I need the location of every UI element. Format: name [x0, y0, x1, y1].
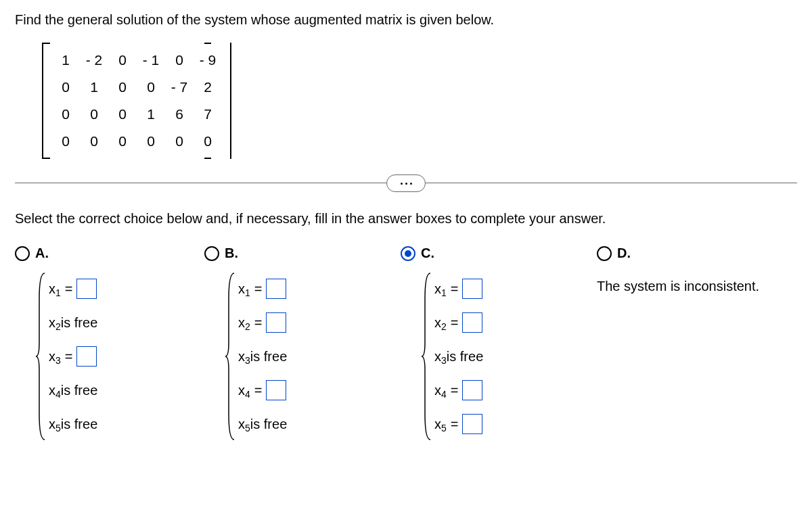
variable: x3 [49, 349, 61, 365]
choice-b: B. x1=x2=x3 is freex4=x5 is free [204, 245, 401, 441]
matrix-cell: 0 [51, 101, 80, 128]
free-text: is free [61, 417, 97, 432]
instruction-text: Select the correct choice below and, if … [15, 211, 797, 227]
choices-row: A. x1=x2 is freex3=x4 is freex5 is free … [15, 245, 797, 441]
brace-icon [35, 272, 47, 441]
radio-a[interactable] [15, 246, 30, 261]
matrix-cell: 0 [108, 74, 137, 101]
radio-d[interactable] [597, 246, 612, 261]
equals-sign: = [254, 281, 263, 297]
equation-row: x1= [434, 272, 597, 306]
choice-b-equations: x1=x2=x3 is freex4=x5 is free [225, 272, 401, 441]
choice-c-equations: x1=x2=x3 is freex4=x5= [421, 272, 597, 441]
choice-b-head[interactable]: B. [204, 245, 401, 261]
answer-input[interactable] [462, 414, 482, 434]
ellipsis-pill[interactable] [386, 174, 426, 192]
equation-row: x2= [434, 306, 597, 339]
variable: x3 [434, 349, 447, 365]
divider [15, 183, 797, 184]
matrix-cell: 1 [51, 47, 80, 74]
matrix-cell: 0 [80, 128, 108, 155]
variable: x2 [49, 315, 61, 331]
brace-icon [421, 272, 433, 441]
choice-a-equations: x1=x2 is freex3=x4 is freex5 is free [35, 272, 204, 441]
choice-c: C. x1=x2=x3 is freex4=x5= [401, 245, 597, 441]
free-text: is free [447, 349, 483, 365]
variable: x4 [434, 383, 447, 398]
choice-a-label: A. [35, 245, 49, 261]
choice-c-label: C. [421, 245, 434, 261]
matrix-cell: - 7 [165, 74, 194, 101]
equation-row: x5 is free [49, 407, 204, 441]
equals-sign: = [254, 315, 263, 331]
matrix-cell: 0 [51, 128, 80, 155]
matrix-cell: 1 [137, 101, 165, 128]
matrix-cell: - 2 [80, 47, 108, 74]
equals-sign: = [451, 417, 459, 432]
brace-icon [225, 272, 237, 441]
variable: x4 [49, 383, 61, 398]
variable: x3 [238, 349, 250, 365]
choice-c-head[interactable]: C. [401, 245, 597, 261]
equation-row: x3 is free [238, 339, 401, 373]
matrix-cell: 0 [80, 101, 108, 128]
equation-row: x3= [49, 339, 204, 373]
equals-sign: = [254, 383, 263, 398]
variable: x5 [238, 417, 250, 432]
matrix-cell: 0 [165, 128, 194, 155]
matrix-cell: 1 [80, 74, 108, 101]
free-text: is free [61, 315, 97, 331]
equals-sign: = [65, 349, 73, 365]
choice-d-head[interactable]: D. [597, 245, 797, 261]
choice-a: A. x1=x2 is freex3=x4 is freex5 is free [15, 245, 204, 441]
variable: x2 [238, 315, 250, 331]
radio-b[interactable] [204, 246, 219, 261]
free-text: is free [61, 383, 97, 398]
answer-input[interactable] [266, 279, 286, 299]
matrix-cell: 0 [108, 101, 137, 128]
equals-sign: = [451, 383, 459, 398]
matrix-cell: 0 [137, 128, 165, 155]
radio-c[interactable] [401, 246, 415, 261]
equation-row: x2 is free [49, 306, 204, 339]
answer-input[interactable] [462, 279, 482, 299]
variable: x4 [238, 383, 250, 398]
matrix-cell: 6 [165, 101, 194, 128]
free-text: is free [250, 417, 287, 432]
equals-sign: = [65, 281, 73, 297]
equals-sign: = [451, 315, 459, 331]
equation-row: x5= [434, 407, 597, 441]
variable: x1 [434, 281, 447, 297]
answer-input[interactable] [462, 312, 482, 333]
matrix-cell: 0 [165, 47, 194, 74]
matrix-cell: 0 [108, 47, 137, 74]
equation-row: x4 is free [49, 373, 204, 407]
variable: x1 [238, 281, 250, 297]
answer-input[interactable] [266, 380, 286, 400]
choice-d-text: The system is inconsistent. [597, 279, 797, 294]
choice-a-head[interactable]: A. [15, 245, 204, 261]
equation-row: x2= [238, 306, 401, 339]
answer-input[interactable] [76, 346, 97, 367]
answer-input[interactable] [76, 279, 97, 299]
equation-row: x1= [238, 272, 401, 306]
answer-input[interactable] [266, 312, 286, 333]
equation-row: x1= [49, 272, 204, 306]
augmented-matrix: 1- 20- 10- 90100- 72000167000000 [42, 43, 231, 162]
variable: x2 [434, 315, 447, 331]
equation-row: x5 is free [238, 407, 401, 441]
matrix-cell: 7 [194, 101, 222, 128]
equation-row: x3 is free [434, 339, 597, 373]
variable: x1 [49, 281, 61, 297]
variable: x5 [434, 417, 447, 432]
equation-row: x4= [434, 373, 597, 407]
free-text: is free [250, 349, 287, 365]
matrix-cell: 0 [137, 74, 165, 101]
choice-d: D. The system is inconsistent. [597, 245, 797, 294]
matrix-cell: 0 [51, 74, 80, 101]
choice-d-label: D. [617, 245, 631, 261]
answer-input[interactable] [462, 380, 482, 400]
equals-sign: = [451, 281, 459, 297]
matrix-cell: 0 [108, 128, 137, 155]
matrix-cell: - 9 [194, 47, 222, 74]
